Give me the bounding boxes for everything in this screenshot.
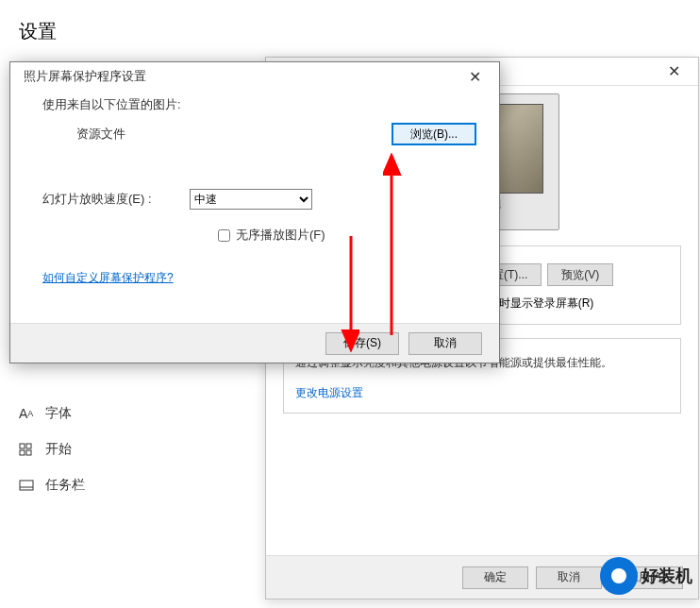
photo-title: 照片屏幕保护程序设置 (24, 68, 146, 85)
cancel-button[interactable]: 取消 (408, 332, 482, 355)
photo-screensaver-dialog: 照片屏幕保护程序设置 ✕ 使用来自以下位置的图片: 资源文件 浏览(B)... … (9, 61, 500, 363)
sidebar-label: 任务栏 (45, 477, 85, 494)
sidebar-label: 开始 (45, 441, 72, 458)
watermark-text: 好装机 (642, 565, 692, 587)
sidebar-label: 字体 (45, 405, 72, 422)
power-link[interactable]: 更改电源设置 (295, 386, 363, 399)
photo-footer: 保存(S) 取消 (10, 323, 499, 363)
close-button[interactable]: ✕ (655, 59, 692, 85)
photo-titlebar: 照片屏幕保护程序设置 ✕ (10, 62, 499, 91)
taskbar-icon (19, 480, 36, 491)
start-icon (19, 443, 36, 456)
svg-rect-0 (20, 444, 25, 448)
watermark-icon (600, 557, 638, 595)
close-button[interactable]: ✕ (456, 63, 493, 90)
cancel-button[interactable]: 取消 (536, 566, 602, 589)
save-button[interactable]: 保存(S) (325, 332, 399, 355)
watermark: 好装机 (600, 557, 692, 595)
speed-dropdown[interactable]: 中速 (190, 189, 312, 210)
help-link[interactable]: 如何自定义屏幕保护程序? (42, 271, 174, 284)
preview-button[interactable]: 预览(V) (547, 263, 613, 286)
svg-rect-1 (26, 444, 31, 448)
speed-label: 幻灯片放映速度(E) : (42, 191, 152, 208)
use-from-label: 使用来自以下位置的图片: (42, 96, 476, 113)
source-label: 资源文件 (42, 126, 125, 143)
sidebar-item-start[interactable]: 开始 (19, 433, 302, 465)
sidebar-item-taskbar[interactable]: 任务栏 (19, 469, 302, 501)
settings-title: 设置 (19, 19, 302, 44)
svg-rect-3 (26, 450, 31, 455)
font-icon: AA (19, 406, 36, 421)
shuffle-label: 无序播放图片(F) (236, 227, 325, 244)
svg-rect-4 (20, 481, 33, 490)
browse-button[interactable]: 浏览(B)... (392, 123, 476, 145)
shuffle-checkbox[interactable] (218, 229, 230, 242)
svg-rect-2 (20, 450, 25, 455)
sidebar-item-font[interactable]: AA 字体 (19, 397, 302, 430)
ok-button[interactable]: 确定 (462, 566, 528, 589)
